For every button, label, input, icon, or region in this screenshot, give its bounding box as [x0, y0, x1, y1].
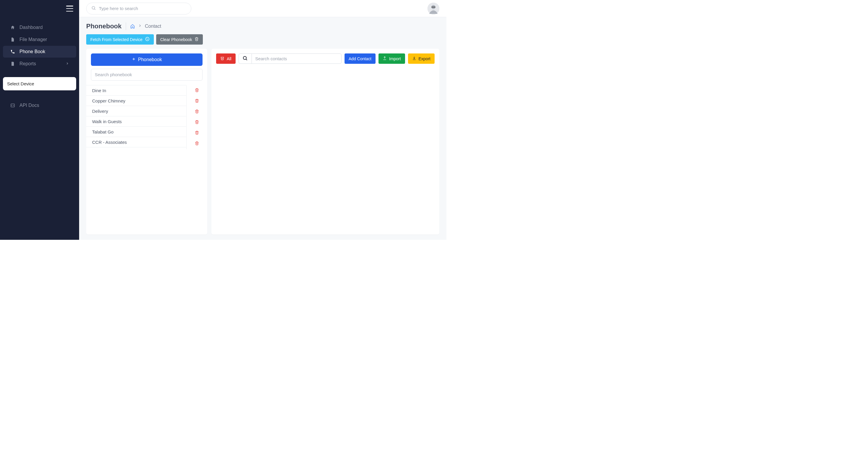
button-label: All: [227, 56, 231, 61]
phonebook-row[interactable]: Talabat Go: [86, 126, 186, 137]
whatsapp-icon: [145, 37, 150, 42]
contacts-search-input[interactable]: [252, 54, 342, 64]
search-icon-box: [239, 54, 252, 64]
topbar: [79, 0, 446, 17]
delete-phonebook-button[interactable]: [187, 106, 207, 117]
fetch-from-device-button[interactable]: Fetch From Selected Device: [86, 34, 154, 44]
menu-toggle-icon[interactable]: [66, 6, 73, 11]
phonebook-search-input[interactable]: [95, 72, 199, 77]
sidebar-menu: Dashboard File Manager Phone Book Report…: [0, 17, 79, 74]
add-phonebook-button[interactable]: Phonebook: [91, 54, 203, 66]
global-search-input[interactable]: [99, 6, 186, 11]
sidebar-top: [0, 0, 79, 17]
page-header: Phonebook Contact: [86, 23, 439, 30]
sidebar: Dashboard File Manager Phone Book Report…: [0, 0, 79, 240]
home-icon[interactable]: [130, 24, 135, 29]
button-label: Add Contact: [349, 56, 371, 61]
sidebar-item-label: Phone Book: [20, 49, 69, 54]
svg-point-6: [146, 37, 149, 41]
contacts-toolbar: All Add Contact: [216, 54, 435, 64]
button-label: Fetch From Selected Device: [90, 37, 143, 42]
delete-phonebook-button[interactable]: [187, 85, 207, 96]
trash-icon: [195, 120, 199, 125]
export-button[interactable]: Export: [408, 54, 435, 64]
import-button[interactable]: Import: [378, 54, 405, 64]
upload-icon: [383, 56, 387, 61]
page-title: Phonebook: [86, 23, 122, 30]
sidebar-item-label: Reports: [20, 61, 61, 66]
select-device-dropdown[interactable]: Select Device: [3, 77, 76, 90]
phonebook-row[interactable]: Copper Chimney: [86, 95, 186, 106]
divider: [126, 23, 126, 30]
contacts-search-group: [239, 54, 342, 64]
sidebar-item-label: API Docs: [20, 103, 69, 108]
button-label: Clear Phonebook: [160, 37, 192, 42]
sidebar-item-label: File Manager: [20, 37, 69, 42]
breadcrumb-current: Contact: [145, 24, 161, 29]
sidebar-item-api-docs[interactable]: API Docs: [3, 99, 76, 111]
page: Phonebook Contact Fetch From Selected De…: [79, 17, 446, 240]
phonebook-row[interactable]: Delivery: [86, 106, 186, 116]
chevron-right-icon: [66, 61, 69, 66]
svg-line-10: [246, 59, 247, 60]
trash-icon: [195, 88, 199, 93]
breadcrumb: Contact: [130, 24, 161, 29]
search-icon: [242, 56, 248, 62]
delete-phonebook-button[interactable]: [187, 96, 207, 106]
phonebook-panel: Phonebook Dine InCopper ChimneyDeliveryW…: [86, 49, 207, 235]
phonebook-row[interactable]: Walk in Guests: [86, 116, 186, 127]
download-icon: [412, 56, 416, 61]
content: Phonebook Dine InCopper ChimneyDeliveryW…: [86, 49, 439, 235]
avatar[interactable]: [428, 3, 439, 14]
select-device-label: Select Device: [7, 81, 34, 86]
button-label: Phonebook: [138, 57, 162, 62]
trash-icon: [195, 99, 199, 104]
sidebar-item-dashboard[interactable]: Dashboard: [3, 22, 76, 33]
delete-phonebook-button[interactable]: [187, 138, 207, 149]
phone-icon: [10, 49, 16, 54]
svg-point-9: [243, 56, 247, 60]
page-actions: Fetch From Selected Device Clear Phonebo…: [86, 34, 439, 44]
trash-icon: [195, 109, 199, 115]
global-search[interactable]: [86, 3, 191, 14]
svg-rect-5: [431, 6, 435, 8]
chevron-right-icon: [138, 24, 142, 29]
contacts-panel: All Add Contact: [211, 49, 439, 235]
svg-line-2: [94, 9, 95, 10]
trash-icon: [195, 130, 199, 136]
delete-phonebook-button[interactable]: [187, 128, 207, 138]
delete-all-button[interactable]: All: [216, 54, 236, 64]
delete-phonebook-button[interactable]: [187, 117, 207, 128]
search-icon: [91, 6, 96, 11]
plus-icon: [132, 57, 136, 62]
sidebar-item-phone-book[interactable]: Phone Book: [3, 46, 76, 58]
phonebook-row[interactable]: CCR - Associates: [86, 137, 186, 147]
trash-icon: [220, 56, 224, 61]
add-contact-button[interactable]: Add Contact: [345, 54, 376, 64]
svg-point-1: [92, 6, 95, 9]
report-icon: [10, 61, 16, 66]
phonebook-row[interactable]: Dine In: [86, 85, 186, 96]
trash-icon: [194, 37, 199, 42]
phonebook-search[interactable]: [91, 69, 203, 81]
sidebar-item-file-manager[interactable]: File Manager: [3, 34, 76, 45]
trash-icon: [195, 141, 199, 147]
clear-phonebook-button[interactable]: Clear Phonebook: [156, 34, 203, 44]
main: Phonebook Contact Fetch From Selected De…: [79, 0, 446, 240]
home-icon: [10, 25, 16, 30]
sidebar-item-reports[interactable]: Reports: [3, 58, 76, 70]
sidebar-item-label: Dashboard: [20, 25, 69, 30]
phonebook-list: Dine InCopper ChimneyDeliveryWalk in Gue…: [86, 85, 207, 149]
code-icon: [10, 103, 16, 108]
button-label: Import: [389, 56, 401, 61]
button-label: Export: [418, 56, 430, 61]
file-icon: [10, 37, 16, 42]
